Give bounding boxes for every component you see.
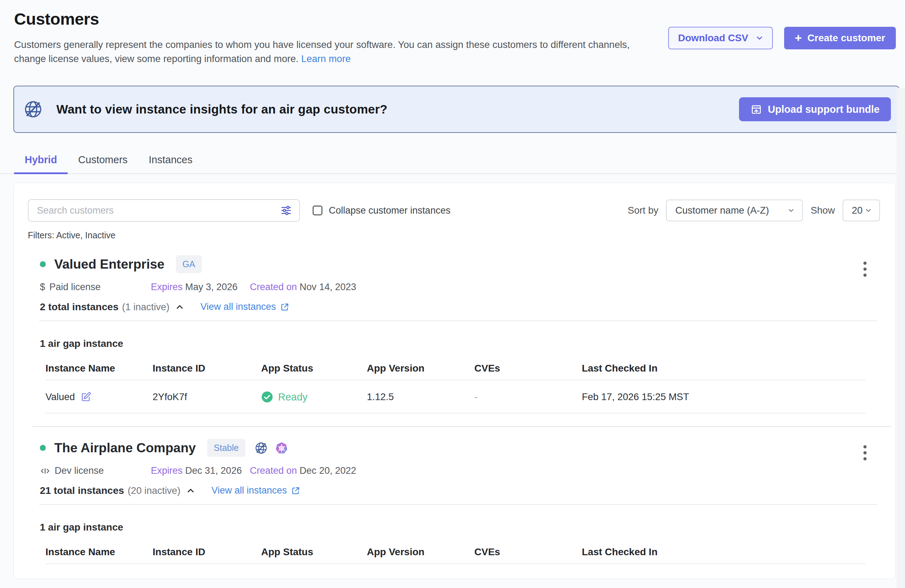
upload-icon — [750, 103, 762, 115]
customer-feature-icons — [254, 441, 288, 455]
license-type: Dev license — [40, 465, 151, 476]
show-label: Show — [811, 205, 835, 216]
expires-date: Dec 31, 2026 — [185, 465, 242, 476]
header-actions: Download CSV + Create customer — [668, 27, 896, 49]
col-cves: CVEs — [474, 361, 582, 380]
customer-card-valued-enterprise: Valued Enterprise GA $ Paid license Expi… — [28, 255, 881, 413]
tab-bar: Hybrid Customers Instances — [0, 149, 905, 174]
show-select[interactable]: 20 — [843, 200, 880, 221]
total-instances-count: 21 total instances — [40, 485, 124, 496]
license-type-label: Dev license — [55, 465, 104, 476]
upload-support-bundle-button[interactable]: Upload support bundle — [739, 97, 891, 121]
upload-support-bundle-label: Upload support bundle — [768, 103, 880, 115]
view-all-instances-link[interactable]: View all instances — [211, 485, 300, 496]
app-status: Ready — [278, 391, 308, 403]
view-all-instances-label: View all instances — [200, 301, 276, 312]
show-select-value: 20 — [852, 205, 863, 216]
expires-label: Expires — [151, 282, 183, 292]
collapse-instances-checkbox[interactable] — [313, 205, 322, 215]
view-all-instances-label: View all instances — [211, 485, 287, 496]
collapse-chevron-up-icon[interactable] — [175, 302, 184, 311]
inactive-instances-note: (1 inactive) — [122, 301, 170, 313]
col-instance-name: Instance Name — [46, 361, 152, 380]
app-version: 1.12.5 — [367, 381, 474, 412]
instances-table: Instance Name Instance ID App Status App… — [46, 545, 866, 564]
expires-label: Expires — [151, 465, 183, 476]
table-divider — [46, 413, 866, 413]
col-app-version: App Version — [367, 545, 474, 563]
section-divider — [39, 321, 877, 321]
instances-table: Instance Name Instance ID App Status App… — [46, 361, 866, 413]
customer-name[interactable]: Valued Enterprise — [54, 257, 165, 272]
tab-customers[interactable]: Customers — [68, 149, 138, 174]
col-cves: CVEs — [474, 545, 582, 563]
download-csv-label: Download CSV — [678, 32, 748, 44]
collapse-chevron-up-icon[interactable] — [186, 486, 195, 495]
page-description: Customers generally represent the compan… — [14, 38, 652, 66]
airgap-instances-heading: 1 air gap instance — [40, 338, 881, 350]
created-date: Dec 20, 2022 — [300, 465, 356, 476]
license-row: Dev license Expires Dec 31, 2026 Created… — [40, 465, 881, 476]
create-customer-label: Create customer — [807, 32, 885, 44]
col-last-checked-in: Last Checked In — [582, 545, 866, 563]
license-expiry: Expires Dec 31, 2026 — [151, 465, 250, 476]
customer-separator — [32, 426, 891, 427]
airgap-banner: Want to view instance insights for an ai… — [13, 86, 899, 133]
active-status-dot — [40, 445, 46, 451]
col-last-checked-in: Last Checked In — [582, 361, 866, 380]
scroll-gutter — [897, 88, 905, 588]
sort-by-label: Sort by — [628, 205, 658, 216]
search-input[interactable] — [36, 205, 280, 216]
license-expiry: Expires May 3, 2026 — [151, 282, 250, 292]
instances-table-header: Instance Name Instance ID App Status App… — [46, 545, 866, 563]
search-box — [28, 199, 300, 222]
kebab-menu-icon[interactable] — [862, 444, 868, 462]
sort-select[interactable]: Customer name (A-Z) — [666, 200, 803, 221]
airgap-globe-icon — [23, 99, 43, 119]
page-header: Customers Customers generally represent … — [0, 0, 905, 66]
customer-card-the-airplane-company: The Airplane Company Stable — [28, 439, 881, 564]
last-checked-in: Feb 17, 2026 15:25 MST — [582, 381, 866, 412]
collapse-instances-label: Collapse customer instances — [329, 205, 450, 216]
cves-value: - — [474, 381, 582, 412]
learn-more-link[interactable]: Learn more — [301, 53, 351, 64]
col-app-version: App Version — [367, 361, 474, 380]
download-csv-button[interactable]: Download CSV — [668, 27, 773, 49]
created-on-label: Created on — [250, 465, 297, 476]
collapse-instances-toggle[interactable]: Collapse customer instances — [313, 205, 450, 216]
sort-controls: Sort by Customer name (A-Z) Show 20 — [628, 200, 881, 221]
instances-summary-row: 21 total instances (20 inactive) View al… — [40, 485, 881, 496]
airgap-globe-icon — [254, 441, 268, 455]
col-instance-id: Instance ID — [152, 545, 261, 563]
instance-name: Valued — [46, 391, 75, 402]
table-divider — [46, 563, 866, 564]
expires-date: May 3, 2026 — [185, 282, 238, 292]
license-created: Created on Dec 20, 2022 — [250, 465, 356, 476]
license-row: $ Paid license Expires May 3, 2026 Creat… — [40, 282, 881, 292]
toolbar: Collapse customer instances Sort by Cust… — [28, 199, 881, 222]
instance-id: 2YfoK7f — [152, 381, 261, 412]
view-all-instances-link[interactable]: View all instances — [200, 301, 289, 312]
created-date: Nov 14, 2023 — [300, 282, 356, 292]
tab-instances[interactable]: Instances — [138, 149, 203, 174]
col-app-status: App Status — [261, 361, 367, 380]
edit-icon[interactable] — [81, 392, 91, 402]
tab-hybrid[interactable]: Hybrid — [14, 149, 68, 174]
section-divider — [39, 504, 877, 505]
instances-summary-row: 2 total instances (1 inactive) View all … — [40, 301, 881, 313]
page-title: Customers — [14, 9, 891, 29]
filter-sliders-icon[interactable] — [280, 205, 292, 216]
external-link-icon — [280, 302, 289, 311]
sort-select-value: Customer name (A-Z) — [675, 205, 769, 216]
instances-table-header: Instance Name Instance ID App Status App… — [46, 361, 866, 380]
inactive-instances-note: (20 inactive) — [127, 485, 181, 496]
banner-title: Want to view instance insights for an ai… — [56, 102, 387, 116]
kebab-menu-icon[interactable] — [862, 260, 868, 278]
total-instances-count: 2 total instances — [40, 301, 118, 313]
kubernetes-icon — [275, 441, 288, 455]
check-circle-icon — [261, 391, 273, 403]
create-customer-button[interactable]: + Create customer — [784, 27, 896, 49]
col-instance-name: Instance Name — [46, 545, 152, 563]
customer-name[interactable]: The Airplane Company — [54, 441, 196, 456]
license-type-label: Paid license — [49, 282, 101, 292]
